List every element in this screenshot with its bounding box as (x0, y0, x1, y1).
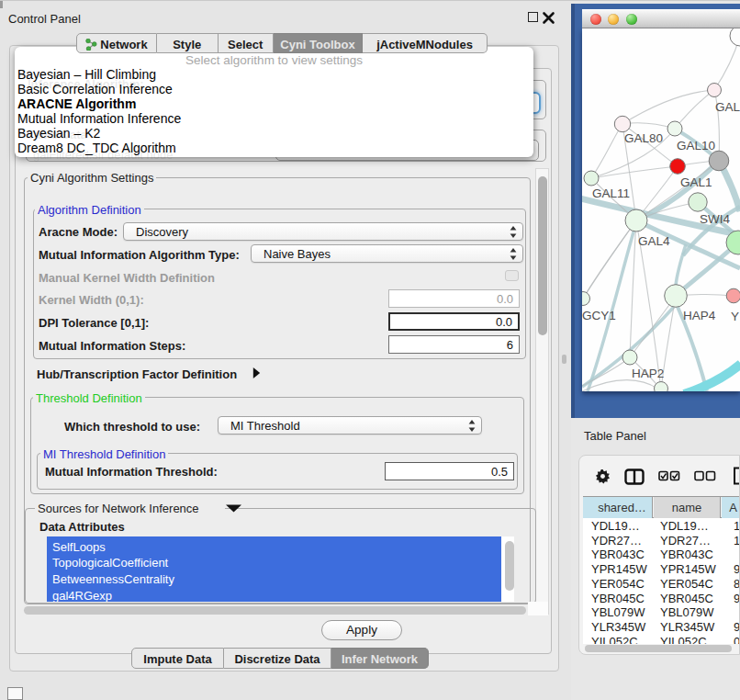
svg-text:GAL4: GAL4 (638, 234, 670, 248)
svg-text:Y: Y (731, 310, 739, 323)
svg-text:HAP2: HAP2 (632, 367, 664, 380)
svg-text:GAL: GAL (715, 100, 740, 114)
svg-text:GCY1: GCY1 (582, 309, 616, 322)
svg-text:GAL10: GAL10 (677, 139, 715, 152)
svg-text:HAP4: HAP4 (683, 309, 716, 322)
svg-text:GAL1: GAL1 (680, 175, 712, 189)
svg-text:SWI4: SWI4 (700, 212, 730, 226)
svg-text:GAL11: GAL11 (592, 186, 630, 200)
svg-text:GAL80: GAL80 (624, 131, 663, 145)
